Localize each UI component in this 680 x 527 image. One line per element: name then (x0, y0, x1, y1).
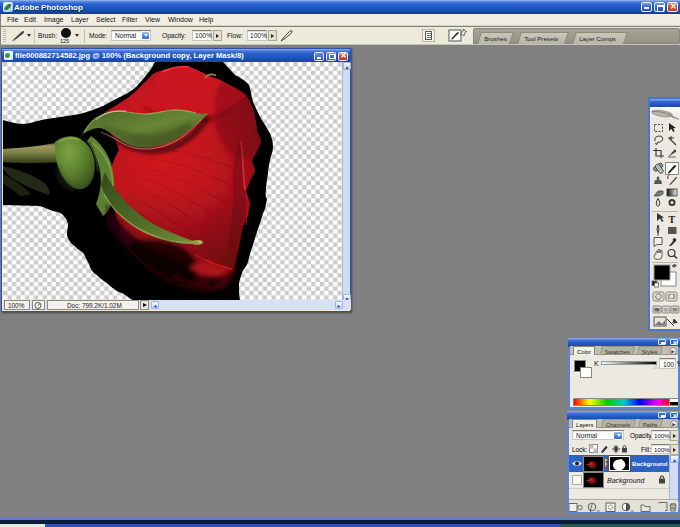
svg-text:T: T (669, 214, 676, 225)
